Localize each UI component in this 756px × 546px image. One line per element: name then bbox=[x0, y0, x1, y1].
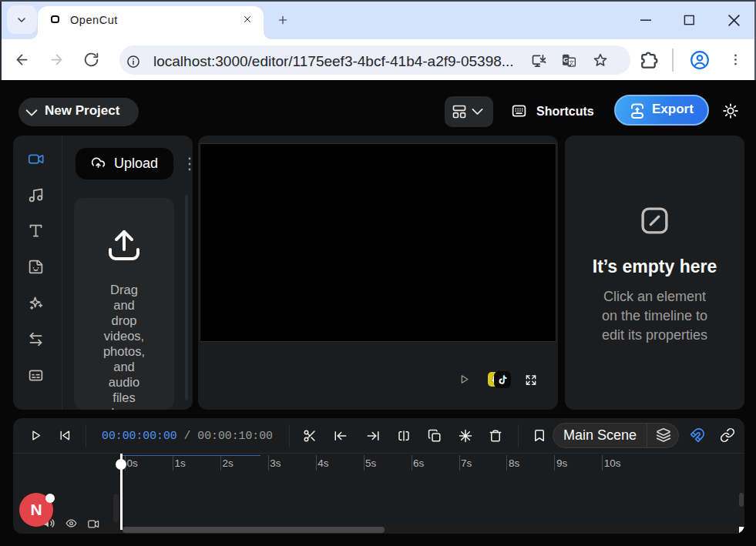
svg-text:文: 文 bbox=[569, 59, 575, 66]
